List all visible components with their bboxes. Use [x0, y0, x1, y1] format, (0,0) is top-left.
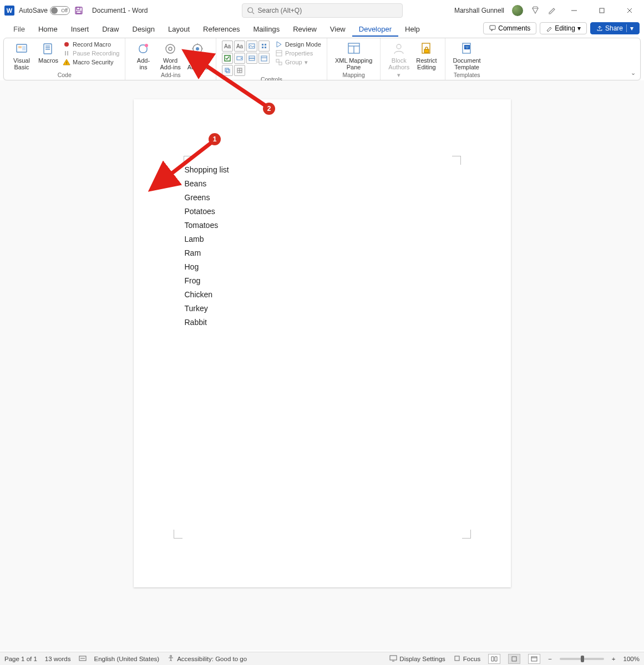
share-button[interactable]: Share▾	[590, 22, 640, 34]
tab-insert[interactable]: Insert	[64, 23, 96, 37]
doc-line: Hog	[185, 260, 229, 274]
annotation-badge-1: 1	[209, 133, 221, 145]
tab-file[interactable]: File	[7, 23, 32, 37]
svg-line-4	[252, 12, 254, 14]
design-mode-button[interactable]: Design Mode	[275, 40, 321, 48]
display-settings-icon[interactable]	[389, 654, 397, 663]
doc-line: Ram	[185, 246, 229, 260]
collapse-ribbon-button[interactable]: ⌄	[631, 69, 636, 77]
tab-developer[interactable]: Developer	[352, 23, 398, 37]
tab-view[interactable]: View	[323, 23, 352, 37]
com-addins-icon	[190, 42, 205, 56]
autosave-label: AutoSave	[19, 7, 48, 14]
svg-rect-12	[18, 46, 22, 48]
svg-rect-36	[249, 56, 255, 58]
svg-rect-31	[265, 44, 266, 45]
svg-point-3	[247, 8, 252, 13]
svg-rect-14	[44, 44, 52, 54]
zoom-out-button[interactable]: −	[548, 656, 552, 662]
svg-rect-30	[262, 44, 263, 45]
visual-basic-button[interactable]: Visual Basic	[9, 40, 34, 72]
tab-design[interactable]: Design	[126, 23, 161, 37]
xml-mapping-icon	[347, 42, 361, 56]
tab-review[interactable]: Review	[286, 23, 323, 37]
save-icon[interactable]	[74, 6, 83, 15]
user-avatar[interactable]	[512, 5, 523, 16]
accessibility-status[interactable]: Accessibility: Good to go	[177, 656, 247, 662]
maximize-button[interactable]	[592, 3, 612, 18]
combo-box-control[interactable]	[234, 53, 245, 64]
date-picker-control[interactable]	[258, 53, 270, 64]
autosave-toggle[interactable]: AutoSave Off	[19, 6, 70, 15]
svg-rect-10	[490, 26, 495, 29]
dropdown-control[interactable]	[246, 53, 257, 64]
svg-point-28	[196, 47, 199, 50]
picture-control[interactable]	[246, 40, 257, 52]
tab-home[interactable]: Home	[32, 23, 64, 37]
building-block-control[interactable]	[258, 40, 270, 52]
svg-rect-20	[67, 51, 68, 55]
svg-rect-68	[512, 657, 516, 661]
xml-mapping-button[interactable]: XML Mapping Pane	[333, 40, 374, 72]
language-indicator[interactable]: English (United States)	[94, 656, 160, 662]
addins-icon	[136, 42, 150, 56]
document-workspace: Shopping list Beans Greens Potatoes Toma…	[0, 80, 644, 651]
page-indicator[interactable]: Page 1 of 1	[4, 656, 37, 662]
checkbox-control[interactable]	[222, 53, 233, 64]
search-placeholder: Search (Alt+Q)	[258, 7, 302, 14]
record-macro-button[interactable]: Record Macro	[63, 40, 119, 48]
tab-draw[interactable]: Draw	[95, 23, 125, 37]
pen-icon[interactable]	[547, 6, 556, 16]
group-label: Templates	[454, 72, 480, 79]
zoom-slider[interactable]	[560, 658, 604, 660]
web-layout-view[interactable]	[528, 654, 540, 664]
plain-text-control[interactable]: Aa	[234, 40, 245, 52]
word-addins-button[interactable]: Word Add-ins	[158, 40, 182, 72]
doc-line: Beans	[185, 177, 229, 191]
status-bar: Page 1 of 1 13 words English (United Sta…	[0, 652, 644, 665]
read-mode-view[interactable]	[488, 654, 500, 664]
document-template-button[interactable]: W Document Template	[451, 40, 483, 72]
search-input[interactable]: Search (Alt+Q)	[242, 3, 403, 18]
svg-text:W: W	[465, 45, 469, 49]
tab-references[interactable]: References	[196, 23, 246, 37]
legacy-tools-control[interactable]	[234, 65, 245, 76]
autosave-switch[interactable]: Off	[50, 6, 70, 15]
display-settings-button[interactable]: Display Settings	[399, 656, 445, 662]
tab-help[interactable]: Help	[398, 23, 427, 37]
addins-button[interactable]: Add- ins	[131, 40, 155, 72]
macros-button[interactable]: Macros	[36, 40, 60, 65]
group-mapping: XML Mapping Pane Mapping	[327, 38, 381, 80]
doc-line: Greens	[185, 191, 229, 205]
accessibility-icon[interactable]	[167, 654, 175, 663]
repeating-section-control[interactable]	[222, 65, 233, 76]
document-body[interactable]: Shopping list Beans Greens Potatoes Toma…	[185, 163, 229, 329]
controls-grid: Aa Aa	[222, 40, 270, 76]
restrict-editing-button[interactable]: Restrict Editing	[414, 40, 439, 72]
svg-rect-55	[424, 49, 429, 53]
doc-line: Lamb	[185, 232, 229, 246]
macro-security-button[interactable]: !Macro Security	[63, 58, 119, 66]
document-page[interactable]: Shopping list Beans Greens Potatoes Toma…	[134, 99, 511, 587]
design-mode-icon	[275, 40, 283, 48]
zoom-level[interactable]: 100%	[623, 656, 640, 662]
text-predictions-icon[interactable]	[79, 654, 87, 663]
tab-mailings[interactable]: Mailings	[247, 23, 287, 37]
group-label: Mapping	[342, 72, 364, 79]
word-app-icon: W	[4, 6, 14, 16]
zoom-in-button[interactable]: +	[612, 656, 616, 662]
rich-text-control[interactable]: Aa	[222, 40, 233, 52]
minimize-button[interactable]	[564, 3, 584, 18]
word-count[interactable]: 13 words	[45, 656, 71, 662]
print-layout-view[interactable]	[508, 654, 520, 664]
diamond-icon[interactable]	[531, 6, 540, 16]
com-addins-button[interactable]: COM Add-ins	[185, 40, 210, 72]
svg-rect-46	[276, 50, 282, 56]
title-bar: W AutoSave Off Document1 - Word Search (…	[0, 0, 644, 21]
focus-icon[interactable]	[453, 654, 461, 663]
close-button[interactable]	[620, 3, 640, 18]
tab-layout[interactable]: Layout	[161, 23, 196, 37]
comments-button[interactable]: Comments	[483, 22, 536, 34]
editing-button[interactable]: Editing▾	[540, 22, 587, 34]
focus-button[interactable]: Focus	[463, 656, 480, 662]
